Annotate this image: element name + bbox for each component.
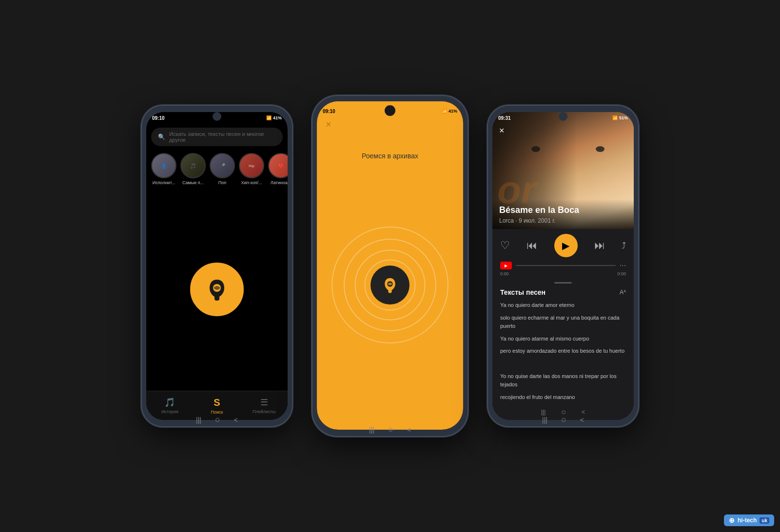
category-hiphop-label: Хип-хоп/... <box>241 180 262 185</box>
lyric-line-1: Ya no quiero darte amor eterno <box>500 301 626 310</box>
lyric-line-7: recojiendo el fruto del manzano <box>500 393 626 402</box>
drag-handle <box>554 282 572 284</box>
search-icon: 🔍 <box>158 133 165 140</box>
prev-button[interactable]: ⏮ <box>526 239 537 252</box>
hw-back: < <box>234 416 238 424</box>
song-info-overlay: Bésame en la Boca Lorca · 9 июл. 2001 г. <box>492 199 634 229</box>
hw2-home: ○ <box>388 424 393 435</box>
phone1-content: 09:10 📶 41% 🔍 Искать записи, тексты песе… <box>146 112 288 420</box>
youtube-icon: ▶ <box>505 264 507 268</box>
time-current: 0:00 <box>500 271 509 276</box>
phone-3: 09:31 📶 51% × <box>488 105 639 427</box>
lyric-line-3: Ya no quiero atarme al mismo cuerpo <box>500 335 626 343</box>
phone3-hw-buttons: ||| ○ < <box>542 415 584 425</box>
phone2-ripple-area[interactable] <box>370 160 410 410</box>
soundhound-logo-svg <box>200 272 234 306</box>
search-placeholder: Искать записи, тексты песен и многое дру… <box>169 131 276 143</box>
youtube-badge[interactable]: ▶ <box>500 262 512 269</box>
time-row: 0:00 0:00 <box>500 271 626 276</box>
lyric-line-5 <box>500 360 626 368</box>
hw-home: ○ <box>215 415 220 425</box>
phone1-logo-area[interactable] <box>146 188 288 391</box>
lyrics-header: Тексты песен Aᴬ <box>500 288 626 296</box>
time-total: 0:00 <box>617 271 626 276</box>
phone3-screen: 09:31 📶 51% × <box>492 112 634 420</box>
category-hiphop[interactable]: Hip Хип-хоп/... <box>239 153 264 185</box>
category-pop-label: Поп <box>218 180 226 185</box>
lyrics-section: Тексты песен Aᴬ Ya no quiero darte amor … <box>492 285 634 404</box>
hitech-tld: uk <box>760 517 769 524</box>
category-pop[interactable]: 🎤 Поп <box>210 153 235 185</box>
lyric-line-6: Yo no quise darte las dos manos ni trepa… <box>500 372 626 389</box>
song-artist: Lorca · 9 июл. 2001 г. <box>499 217 627 224</box>
phone3-time: 09:31 <box>498 115 511 121</box>
playlists-icon: ☰ <box>260 397 268 408</box>
more-button[interactable]: ··· <box>620 261 626 270</box>
hitech-logo: ⊕ <box>729 516 735 524</box>
lyric-line-4: pero estoy amordazado entre los besos de… <box>500 347 626 356</box>
category-artists[interactable]: 👤 Исполнит... <box>151 153 176 185</box>
progress-row: ▶ ··· <box>500 261 626 270</box>
phone1-hw-buttons: ||| ○ < <box>196 415 238 425</box>
phone-1: 09:10 📶 41% 🔍 Искать записи, тексты песе… <box>141 105 292 427</box>
phone3-close-btn[interactable]: × <box>499 126 505 136</box>
like-button[interactable]: ♡ <box>500 239 510 252</box>
hw2-recent: ||| <box>369 426 374 434</box>
history-icon: 🎵 <box>164 397 175 408</box>
player-controls: ♡ ⏮ ▶ ⏭ ⤴ <box>492 229 634 261</box>
progress-bar[interactable] <box>516 265 616 266</box>
search-nav-icon: S <box>214 397 220 408</box>
hitech-label: hi-tech <box>738 517 757 524</box>
phone2-close-btn[interactable]: × <box>326 119 332 130</box>
soundhound-center <box>370 266 410 304</box>
font-size-icon[interactable]: Aᴬ <box>620 289 626 296</box>
hw3-outer-back: < <box>580 416 584 424</box>
category-popular[interactable]: 🎵 Самые п... <box>180 153 206 185</box>
phone2-time: 09:10 <box>323 109 335 114</box>
phone2-status-icons: 📶 41% <box>442 109 457 114</box>
phone2-hw-buttons: ||| ○ < <box>369 424 411 435</box>
nav-history-label: История <box>161 409 178 414</box>
nav-history[interactable]: 🎵 История <box>146 397 194 414</box>
phone2-searching-text: Роемся в архивах <box>362 152 418 160</box>
phone-2: 09:10 📶 41% × Роемся в архивах <box>312 95 468 437</box>
eye-right <box>596 146 604 152</box>
hw-recent: ||| <box>196 416 201 424</box>
phone1-screen: 09:10 📶 41% 🔍 Искать записи, тексты песе… <box>146 112 288 420</box>
album-art: 09:31 📶 51% × <box>492 112 634 229</box>
phone1-search-bar[interactable]: 🔍 Искать записи, тексты песен и многое д… <box>151 128 283 146</box>
category-latin-label: Латиноа... <box>271 180 288 185</box>
phone1-categories: 👤 Исполнит... 🎵 Самые п... 🎤 Поп Hip Хип… <box>146 150 288 188</box>
hw3-outer-home: ○ <box>561 415 566 425</box>
soundhound-logo-outer <box>190 263 244 316</box>
song-title: Bésame en la Boca <box>499 205 627 216</box>
phone1-status-icons: 📶 41% <box>266 115 282 120</box>
phone3-notch <box>559 112 567 121</box>
phone3-status-icons: 📶 51% <box>612 115 628 120</box>
nav-playlists[interactable]: ☰ Плейлисты <box>240 397 288 414</box>
share-button[interactable]: ⤴ <box>622 241 626 251</box>
phone1-time: 09:10 <box>152 115 165 121</box>
hitech-badge: ⊕ hi-tech uk <box>724 514 774 526</box>
nav-search[interactable]: S Поиск <box>194 397 241 415</box>
hw3-outer-recent: ||| <box>542 416 547 424</box>
lyric-line-2: solo quiero echarme al mar y una boquita… <box>500 314 626 331</box>
next-button[interactable]: ⏭ <box>594 239 605 252</box>
phone2-notch <box>385 105 395 116</box>
category-artists-label: Исполнит... <box>153 180 176 185</box>
category-latin[interactable]: ❤️ Латиноа... <box>268 153 288 185</box>
play-button[interactable]: ▶ <box>554 234 578 257</box>
phone1-notch <box>213 112 221 121</box>
nav-playlists-label: Плейлисты <box>253 409 275 414</box>
progress-area: ▶ ··· 0:00 0:00 <box>492 261 634 279</box>
phone2-content: 09:10 📶 41% × Роемся в архивах <box>317 101 463 430</box>
soundhound-logo-2 <box>378 273 402 297</box>
lyrics-text: Ya no quiero darte amor eterno solo quie… <box>500 301 626 404</box>
phone3-content: 09:31 📶 51% × <box>492 112 634 420</box>
phone2-screen: 09:10 📶 41% × Роемся в архивах <box>317 101 463 430</box>
lyrics-title: Тексты песен <box>500 288 546 296</box>
nav-search-label: Поиск <box>211 410 223 415</box>
hw2-back: < <box>407 426 411 434</box>
category-popular-label: Самые п... <box>182 180 204 185</box>
